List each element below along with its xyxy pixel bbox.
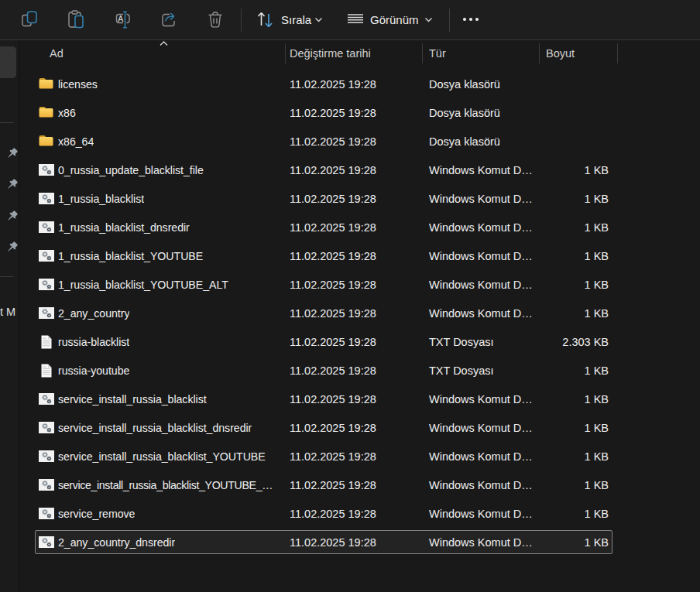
svg-text:A: A [118,14,123,23]
